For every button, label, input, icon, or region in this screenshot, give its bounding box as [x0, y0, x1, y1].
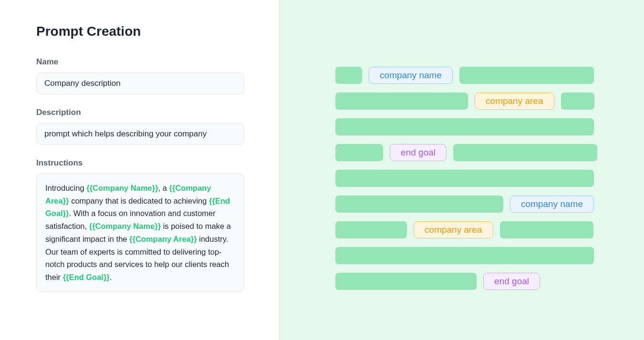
template-variable: {{Company Area}}: [129, 235, 197, 243]
prompt-visualization-panel: company namecompany areaend goalcompany …: [279, 0, 644, 340]
description-label: Description: [36, 108, 244, 117]
text-placeholder: [335, 170, 594, 187]
template-variable: {{Company Name}}: [86, 184, 158, 192]
variable-pill-end-goal[interactable]: end goal: [483, 273, 540, 290]
visualization-row: company area: [335, 221, 597, 238]
visualization-row: [335, 247, 597, 264]
variable-pill-company-area[interactable]: company area: [475, 93, 554, 110]
text-placeholder: [335, 67, 362, 84]
template-text: Introducing: [45, 184, 86, 192]
name-input[interactable]: [36, 72, 244, 94]
visualization-row: company name: [335, 67, 597, 84]
text-placeholder: [500, 221, 593, 238]
variable-pill-end-goal[interactable]: end goal: [390, 144, 447, 161]
instructions-label: Instructions: [36, 158, 244, 168]
template-text: , a: [158, 184, 169, 192]
text-placeholder: [335, 273, 477, 290]
variable-pill-company-name[interactable]: company name: [510, 196, 594, 213]
template-text: .: [110, 273, 112, 281]
instructions-field-group: Instructions Introducing {{Company Name}…: [36, 158, 244, 292]
variable-pill-company-name[interactable]: company name: [369, 67, 453, 84]
text-placeholder: [335, 196, 503, 213]
text-placeholder: [335, 221, 407, 238]
text-placeholder: [335, 93, 468, 110]
text-placeholder: [561, 93, 594, 110]
text-placeholder: [459, 67, 594, 84]
template-text: company that is dedicated to achieving: [69, 196, 209, 205]
name-field-group: Name: [36, 57, 244, 94]
visualization-row: [335, 170, 597, 187]
variable-pill-company-area[interactable]: company area: [414, 221, 493, 238]
visualization-row: company name: [335, 196, 597, 213]
page-title: Prompt Creation: [36, 24, 244, 39]
instructions-input[interactable]: Introducing {{Company Name}}, a {{Compan…: [36, 174, 244, 292]
visualization-row: [335, 118, 597, 135]
description-field-group: Description: [36, 108, 244, 145]
prompt-creation-panel: Prompt Creation Name Description Instruc…: [0, 0, 279, 340]
visualization-row: end goal: [335, 144, 597, 161]
template-variable: {{Company Name}}: [89, 222, 161, 230]
text-placeholder: [335, 118, 594, 135]
name-label: Name: [36, 57, 244, 67]
visualization-rows: company namecompany areaend goalcompany …: [335, 67, 597, 290]
text-placeholder: [453, 144, 597, 161]
description-input[interactable]: [36, 123, 244, 145]
visualization-row: end goal: [335, 273, 597, 290]
text-placeholder: [335, 247, 594, 264]
template-variable: {{End Goal}}: [63, 273, 110, 281]
visualization-row: company area: [335, 93, 597, 110]
text-placeholder: [335, 144, 383, 161]
